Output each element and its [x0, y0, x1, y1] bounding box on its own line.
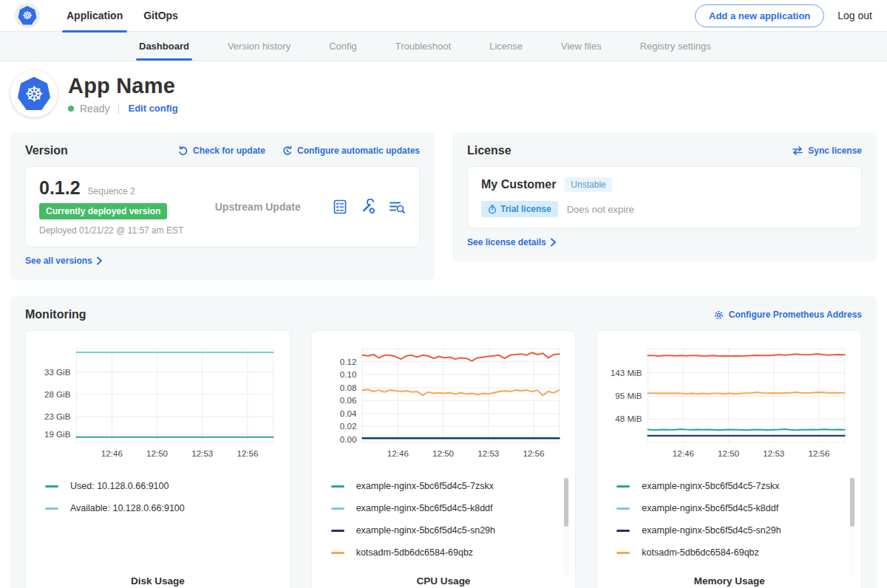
- configure-automatic-updates-label: Configure automatic updates: [297, 146, 420, 156]
- configure-automatic-updates-link[interactable]: Configure automatic updates: [282, 146, 420, 157]
- legend-dash-icon: [45, 485, 58, 488]
- chevron-right-icon: [550, 238, 557, 247]
- see-license-details-link[interactable]: See license details: [467, 237, 557, 247]
- legend-item: example-nginx-5bc6f5d4c5-k8ddf: [331, 497, 567, 519]
- channel-badge: Unstable: [565, 177, 611, 192]
- legend-item: Used: 10.128.0.66:9100: [45, 475, 281, 497]
- svg-text:12:56: 12:56: [523, 449, 544, 458]
- tab-view-files[interactable]: View files: [561, 32, 602, 61]
- memory-usage-chart: 143 MiB95 MiB48 MiB12:4612:5012:5312:56: [606, 341, 852, 465]
- sync-license-link[interactable]: Sync license: [792, 146, 862, 156]
- add-application-button[interactable]: Add a new application: [695, 4, 824, 27]
- legend-dash-icon: [616, 485, 630, 488]
- legend-scrollbar-thumb[interactable]: [850, 478, 854, 527]
- app-header: ☸ App Name Ready Edit config: [0, 61, 887, 128]
- divider: [118, 103, 119, 114]
- status-dot: [68, 106, 74, 112]
- top-nav: ☸ Application GitOps Add a new applicati…: [0, 0, 887, 32]
- svg-text:12:50: 12:50: [146, 449, 168, 458]
- svg-text:12:53: 12:53: [191, 449, 213, 458]
- license-type-badge: Trial license: [481, 201, 558, 217]
- kubernetes-logo-button[interactable]: ☸: [15, 3, 40, 28]
- svg-text:95 MiB: 95 MiB: [616, 392, 642, 400]
- monitoring-title: Monitoring: [25, 308, 86, 321]
- logout-link[interactable]: Log out: [837, 10, 872, 21]
- legend-item: Available: 10.128.0.66:9100: [45, 497, 281, 519]
- check-for-update-link[interactable]: Check for update: [177, 146, 265, 157]
- version-panel: Version Check for update Configure au: [10, 132, 435, 280]
- license-type-label: Trial license: [500, 204, 551, 214]
- edit-config-link[interactable]: Edit config: [128, 103, 177, 114]
- cpu-usage-legend: example-nginx-5bc6f5d4c5-7zskxexample-ng…: [331, 475, 567, 564]
- kubernetes-wheel-icon: ☸: [17, 77, 51, 111]
- view-files-search-icon[interactable]: [388, 199, 406, 215]
- tab-config[interactable]: Config: [329, 32, 357, 61]
- kubernetes-wheel-icon: ☸: [18, 6, 37, 25]
- legend-label: Used: 10.128.0.66:9100: [70, 481, 169, 491]
- sync-license-label: Sync license: [808, 146, 862, 156]
- disk-usage-legend: Used: 10.128.0.66:9100Available: 10.128.…: [45, 475, 281, 519]
- svg-text:12:46: 12:46: [673, 449, 694, 458]
- license-panel-title: License: [467, 144, 512, 157]
- app-icon: ☸: [10, 70, 58, 117]
- upstream-update-label: Upstream Update: [215, 201, 301, 213]
- svg-text:48 MiB: 48 MiB: [616, 414, 642, 423]
- stopwatch-icon: [488, 205, 497, 214]
- current-version-card: 0.1.2 Sequence 2 Currently deployed vers…: [25, 166, 420, 247]
- check-for-update-label: Check for update: [193, 146, 265, 156]
- svg-text:28 GiB: 28 GiB: [44, 390, 71, 399]
- cpu-usage-title: CPU Usage: [321, 564, 567, 588]
- legend-item: kotsadm-5db6dc6584-69qbz: [616, 541, 852, 564]
- svg-text:23 GiB: 23 GiB: [44, 412, 71, 421]
- svg-text:12:56: 12:56: [237, 449, 258, 458]
- legend-dash-icon: [331, 485, 344, 488]
- legend-label: kotsadm-5db6dc6584-69qbz: [356, 547, 473, 558]
- svg-text:33 GiB: 33 GiB: [44, 368, 71, 377]
- legend-item: example-nginx-5bc6f5d4c5-sn29h: [616, 519, 852, 541]
- configure-prometheus-label: Configure Prometheus Address: [729, 310, 862, 320]
- auto-update-clock-icon: [282, 146, 293, 157]
- nav-tab-gitops[interactable]: GitOps: [133, 0, 188, 32]
- disk-usage-chart: 33 GiB28 GiB23 GiB19 GiB12:4612:5012:531…: [35, 341, 281, 465]
- configure-prometheus-link[interactable]: Configure Prometheus Address: [713, 310, 862, 321]
- nav-tab-application[interactable]: Application: [56, 0, 133, 32]
- svg-text:0.02: 0.02: [340, 422, 357, 431]
- tab-license[interactable]: License: [489, 32, 523, 61]
- svg-text:0.08: 0.08: [340, 383, 357, 392]
- version-panel-title: Version: [25, 144, 68, 157]
- tab-troubleshoot[interactable]: Troubleshoot: [395, 32, 451, 61]
- legend-dash-icon: [616, 507, 630, 510]
- svg-text:0.00: 0.00: [340, 435, 357, 444]
- legend-item: example-nginx-5bc6f5d4c5-k8ddf: [616, 497, 852, 519]
- preflight-checks-icon[interactable]: [332, 199, 348, 215]
- memory-usage-legend: example-nginx-5bc6f5d4c5-7zskxexample-ng…: [616, 475, 852, 564]
- tab-registry-settings[interactable]: Registry settings: [640, 32, 711, 61]
- tab-version-history[interactable]: Version history: [228, 32, 290, 61]
- status-text: Ready: [80, 103, 109, 114]
- monitoring-panel: Monitoring Configure Prometheus Address …: [10, 296, 877, 588]
- svg-text:12:50: 12:50: [718, 449, 739, 458]
- memory-usage-card: 143 MiB95 MiB48 MiB12:4612:5012:5312:56 …: [597, 330, 862, 588]
- legend-label: example-nginx-5bc6f5d4c5-sn29h: [642, 525, 781, 536]
- config-wrench-icon[interactable]: [360, 199, 376, 215]
- legend-scrollbar-thumb[interactable]: [564, 478, 568, 527]
- nav-tab-application-label: Application: [67, 10, 123, 21]
- legend-label: Available: 10.128.0.66:9100: [70, 503, 185, 513]
- version-number: 0.1.2: [39, 177, 81, 199]
- legend-label: example-nginx-5bc6f5d4c5-k8ddf: [356, 503, 493, 513]
- svg-text:12:46: 12:46: [387, 449, 409, 458]
- license-info-card: My Customer Unstable Trial license Does …: [467, 166, 862, 228]
- disk-usage-title: Disk Usage: [35, 564, 281, 588]
- svg-text:12:53: 12:53: [478, 449, 499, 458]
- legend-dash-icon: [616, 552, 630, 554]
- tab-dashboard[interactable]: Dashboard: [139, 32, 189, 61]
- disk-usage-card: 33 GiB28 GiB23 GiB19 GiB12:4612:5012:531…: [25, 330, 290, 588]
- app-subnav: Dashboard Version history Config Trouble…: [0, 32, 887, 61]
- see-all-versions-link[interactable]: See all versions: [25, 256, 103, 266]
- see-all-versions-label: See all versions: [25, 256, 92, 266]
- legend-item: kotsadm-5db6dc6584-69qbz: [331, 541, 567, 564]
- see-license-details-label: See license details: [467, 237, 546, 247]
- license-expiry: Does not expire: [567, 204, 634, 215]
- legend-dash-icon: [45, 507, 58, 510]
- svg-text:0.10: 0.10: [340, 370, 357, 379]
